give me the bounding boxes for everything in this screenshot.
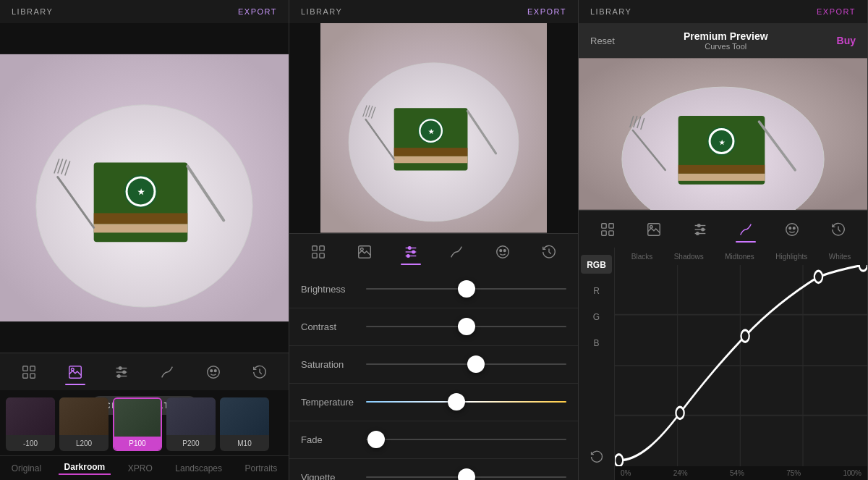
svg-point-87 bbox=[793, 227, 796, 229]
channel-rgb[interactable]: RGB bbox=[581, 255, 612, 274]
svg-rect-5 bbox=[94, 224, 188, 232]
toolbar-2 bbox=[289, 233, 578, 271]
svg-point-82 bbox=[697, 224, 700, 227]
curves-graph-area: Blacks Shadows Midtones Highlights White… bbox=[615, 248, 867, 480]
curves-icon-1[interactable] bbox=[153, 358, 182, 387]
svg-text:★: ★ bbox=[719, 139, 726, 146]
sliders-icon-1[interactable] bbox=[107, 358, 136, 387]
temperature-row: Temperature bbox=[289, 384, 578, 421]
channel-b[interactable]: B bbox=[587, 333, 605, 352]
svg-rect-18 bbox=[30, 373, 35, 377]
export-label-3[interactable]: EXPORT bbox=[817, 7, 856, 16]
svg-point-55 bbox=[407, 255, 409, 258]
category-bar: Original Darkroom XPRO Landscapes Portra… bbox=[0, 455, 289, 480]
history-icon-1[interactable] bbox=[245, 358, 274, 387]
svg-point-25 bbox=[122, 371, 125, 374]
svg-rect-74 bbox=[609, 223, 613, 227]
photo-3: ★ bbox=[579, 58, 867, 210]
library-label-3: LIBRARY bbox=[590, 7, 631, 16]
grid-icon-3[interactable] bbox=[593, 215, 622, 244]
temperature-thumb[interactable] bbox=[448, 393, 465, 410]
brightness-label: Brightness bbox=[301, 284, 366, 295]
brightness-thumb[interactable] bbox=[458, 280, 475, 298]
filter-thumb-p200[interactable]: P200 bbox=[166, 397, 216, 451]
pct-0: 0% bbox=[621, 469, 631, 477]
svg-point-56 bbox=[497, 246, 509, 258]
curves-icon-3[interactable] bbox=[731, 215, 760, 244]
cat-portraits[interactable]: Portraits bbox=[239, 463, 284, 473]
channel-r[interactable]: R bbox=[587, 281, 605, 300]
cat-landscapes[interactable]: Landscapes bbox=[169, 463, 228, 473]
grid-icon-1[interactable] bbox=[14, 358, 43, 387]
face-icon-1[interactable] bbox=[199, 358, 228, 387]
image-icon-1[interactable] bbox=[61, 358, 90, 387]
svg-point-97 bbox=[814, 271, 822, 282]
buy-button[interactable]: Buy bbox=[837, 35, 856, 46]
photo-1: ★ bbox=[0, 23, 289, 353]
vignette-thumb[interactable] bbox=[458, 468, 475, 480]
temperature-label: Temperature bbox=[301, 397, 366, 408]
svg-text:★: ★ bbox=[428, 128, 435, 135]
brightness-slider[interactable] bbox=[366, 288, 566, 290]
photo-area-1: ★ bbox=[0, 23, 289, 353]
svg-point-54 bbox=[412, 250, 414, 253]
library-label-2: LIBRARY bbox=[301, 7, 342, 16]
saturation-thumb[interactable] bbox=[467, 355, 485, 373]
fade-thumb[interactable] bbox=[367, 431, 385, 448]
panel-curves: LIBRARY EXPORT Reset Premium Preview Cur… bbox=[579, 0, 868, 480]
svg-point-29 bbox=[215, 369, 217, 371]
svg-rect-45 bbox=[320, 246, 324, 250]
history-icon-2[interactable] bbox=[535, 237, 563, 266]
svg-point-24 bbox=[119, 366, 122, 369]
curves-icon-2[interactable] bbox=[442, 237, 471, 266]
grid-icon-2[interactable] bbox=[304, 237, 333, 266]
export-label-1[interactable]: EXPORT bbox=[238, 7, 277, 16]
panel1-header: LIBRARY EXPORT bbox=[0, 0, 289, 23]
curves-container: RGB R G B Blacks Shadows Midto bbox=[579, 248, 867, 480]
face-icon-2[interactable] bbox=[488, 237, 517, 266]
svg-rect-62 bbox=[678, 165, 765, 174]
filter-thumb-m10[interactable]: M10 bbox=[220, 397, 269, 451]
cat-xpro[interactable]: XPRO bbox=[122, 463, 158, 473]
image-icon-3[interactable] bbox=[639, 215, 668, 244]
svg-rect-4 bbox=[94, 213, 188, 224]
export-label-2[interactable]: EXPORT bbox=[527, 7, 566, 16]
contrast-thumb[interactable] bbox=[458, 318, 475, 335]
filter-thumb-minus100[interactable]: -100 bbox=[6, 397, 55, 451]
contrast-label: Contrast bbox=[301, 321, 366, 332]
image-icon-2[interactable] bbox=[350, 237, 379, 266]
svg-rect-76 bbox=[609, 230, 613, 235]
sliders-icon-2[interactable] bbox=[396, 237, 425, 266]
r-label: R bbox=[593, 286, 600, 296]
photo-area-2: ★ bbox=[289, 23, 578, 233]
fade-slider[interactable] bbox=[366, 439, 566, 440]
vignette-slider[interactable] bbox=[366, 476, 566, 478]
saturation-slider[interactable] bbox=[366, 363, 566, 365]
svg-point-96 bbox=[741, 330, 749, 342]
reset-button[interactable]: Reset bbox=[590, 35, 615, 46]
saturation-label: Saturation bbox=[301, 359, 366, 370]
channel-g[interactable]: G bbox=[587, 307, 605, 326]
filter-thumb-l200[interactable]: L200 bbox=[59, 397, 109, 451]
percentage-bar: 0% 24% 54% 75% 100% bbox=[615, 466, 867, 480]
svg-point-26 bbox=[117, 374, 120, 377]
temperature-slider[interactable] bbox=[366, 401, 566, 403]
premium-title: Premium Preview Curves Tool bbox=[615, 30, 837, 51]
pct-24: 24% bbox=[673, 469, 688, 477]
g-label: G bbox=[593, 312, 600, 322]
filter-thumb-p100[interactable]: P100 bbox=[113, 397, 162, 451]
svg-rect-17 bbox=[23, 373, 27, 377]
panel-library-filter: LIBRARY EXPORT bbox=[0, 0, 289, 480]
sliders-icon-3[interactable] bbox=[686, 215, 715, 244]
svg-rect-16 bbox=[30, 366, 35, 370]
face-icon-3[interactable] bbox=[778, 215, 807, 244]
cat-darkroom[interactable]: Darkroom bbox=[59, 462, 111, 475]
history-icon-3[interactable] bbox=[824, 215, 853, 244]
contrast-slider[interactable] bbox=[366, 326, 566, 327]
rgb-label: RGB bbox=[587, 260, 606, 270]
fade-label: Fade bbox=[301, 434, 366, 445]
undo-icon-area[interactable] bbox=[590, 444, 604, 473]
toolbar-3 bbox=[579, 210, 867, 248]
panel3-header: LIBRARY EXPORT bbox=[579, 0, 867, 23]
cat-original[interactable]: Original bbox=[6, 463, 47, 473]
